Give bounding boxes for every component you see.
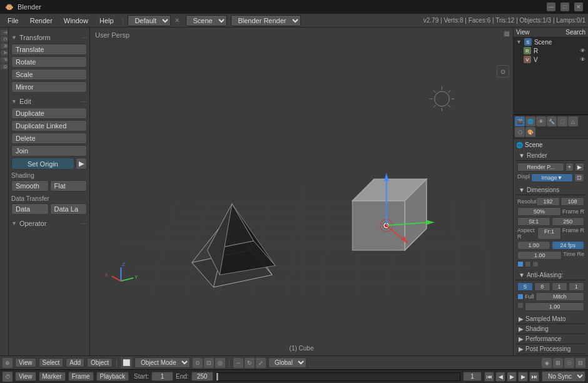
shading-row[interactable]: ▶ Shading: [516, 324, 585, 334]
sync-selector[interactable]: No Sync: [542, 371, 585, 382]
dimensions-section-header[interactable]: ▼ Dimensions: [516, 185, 585, 195]
add-render-btn[interactable]: +: [565, 163, 574, 171]
outliner-item-r[interactable]: R R 👁: [514, 46, 588, 55]
performance-row[interactable]: ▶ Performance: [516, 334, 585, 344]
image-btn[interactable]: Image▼: [531, 173, 573, 182]
minimize-button[interactable]: —: [547, 3, 555, 11]
aa-val4[interactable]: 1: [569, 282, 584, 291]
duplicate-button[interactable]: Duplicate: [11, 108, 87, 119]
visibility-icon[interactable]: 👁: [580, 48, 585, 54]
menu-help[interactable]: Help: [94, 16, 119, 26]
icon-d[interactable]: ⊟: [575, 358, 585, 368]
flat-button[interactable]: Flat: [50, 180, 88, 192]
v-visibility-icon[interactable]: 👁: [580, 56, 585, 63]
viewport-type-icon[interactable]: ⊕: [3, 358, 13, 368]
smooth-button[interactable]: Smooth: [11, 180, 49, 192]
translate-button[interactable]: Translate: [11, 44, 87, 55]
props-tab-render[interactable]: 🎬: [515, 116, 525, 126]
display-options-btn[interactable]: ⊡: [574, 173, 584, 182]
mirror-button[interactable]: Mirror: [11, 81, 87, 93]
set-origin-dropdown[interactable]: ▶: [76, 158, 87, 170]
next-frame-btn[interactable]: ▶: [518, 372, 528, 382]
set-origin-button[interactable]: Set Origin: [11, 158, 74, 170]
select-menu-btn[interactable]: Select: [39, 358, 64, 367]
aspect-y-input[interactable]: 1.00: [517, 251, 562, 260]
proportional-icon[interactable]: ◎: [215, 358, 225, 368]
close-button[interactable]: ✕: [574, 3, 583, 11]
current-frame-input[interactable]: [463, 372, 482, 381]
res-y-input[interactable]: 108: [560, 197, 584, 206]
render-options-btn[interactable]: ▶: [575, 163, 584, 171]
tab-physics[interactable]: P: [1, 57, 8, 63]
timeline-frame-btn[interactable]: Frame: [68, 372, 94, 381]
delete-button[interactable]: Delete: [11, 133, 87, 144]
res-x-input[interactable]: 192: [536, 197, 560, 206]
render-btn[interactable]: Render P...: [517, 163, 564, 171]
tab-relations[interactable]: R: [1, 43, 8, 49]
start-frame-input[interactable]: [151, 372, 173, 381]
aa-val3[interactable]: 1: [552, 282, 567, 291]
outliner-item-scene[interactable]: ▼ S Scene: [514, 38, 588, 46]
props-tab-material[interactable]: 🎨: [525, 127, 535, 137]
data-la-button[interactable]: Data La: [50, 203, 88, 215]
scene-selector[interactable]: Scene: [186, 15, 227, 26]
menu-render[interactable]: Render: [25, 16, 58, 26]
origin-icon[interactable]: ⊙: [193, 358, 203, 368]
object-menu-btn[interactable]: Object: [87, 358, 113, 367]
tab-tools[interactable]: T: [1, 30, 8, 35]
jump-end-btn[interactable]: ⏭: [529, 372, 539, 382]
scale-icon[interactable]: ⤢: [256, 358, 266, 368]
transform-section-header[interactable]: ▼ Transform —: [11, 34, 87, 41]
timeline-playback-btn[interactable]: Playback: [96, 372, 129, 381]
viewport-corner-btn[interactable]: ⊡: [503, 30, 510, 38]
post-processing-row[interactable]: ▶ Post Processing: [516, 344, 585, 354]
menu-window[interactable]: Window: [59, 16, 93, 26]
workspace-close[interactable]: ✕: [175, 17, 180, 24]
scale-button[interactable]: Scale: [11, 69, 87, 80]
timeline-marker-btn[interactable]: Marker: [39, 372, 66, 381]
add-menu-btn[interactable]: Add: [66, 358, 84, 367]
operator-section-header[interactable]: ▼ Operator —: [11, 220, 87, 227]
workspace-selector[interactable]: Default: [128, 15, 171, 26]
full-val-check[interactable]: [517, 302, 524, 309]
props-tab-scene[interactable]: 🌐: [525, 116, 535, 126]
view-control-btn[interactable]: ⊙: [497, 65, 509, 78]
frame-end-input[interactable]: 250: [552, 217, 585, 226]
tab-create[interactable]: C: [1, 36, 8, 42]
time-re-check3[interactable]: [532, 261, 539, 267]
rotate-button[interactable]: Rotate: [11, 56, 87, 68]
render-engine-selector[interactable]: Blender Render: [231, 15, 301, 26]
play-btn[interactable]: ▶: [507, 372, 517, 382]
mitch-input[interactable]: Mitch: [535, 292, 584, 301]
viewport-mode-icon[interactable]: ⬜: [121, 357, 132, 369]
icon-c[interactable]: ☉: [564, 358, 574, 368]
time-re-check[interactable]: [517, 261, 524, 267]
aspect-x-input[interactable]: 1.00: [517, 241, 550, 250]
data-button[interactable]: Data: [11, 203, 49, 215]
icon-a[interactable]: ◈: [542, 358, 552, 368]
aa-val2[interactable]: 8: [534, 282, 550, 291]
props-tab-modifiers[interactable]: △: [568, 116, 578, 126]
props-tab-world[interactable]: 👁: [536, 116, 546, 126]
end-frame-input[interactable]: [191, 372, 213, 381]
viewport-3d[interactable]: User Persp: [90, 28, 513, 355]
coord-system-selector[interactable]: Global: [268, 357, 307, 368]
icon-b[interactable]: ⊞: [553, 358, 563, 368]
frame-start-input[interactable]: St:1: [517, 217, 550, 226]
jump-start-btn[interactable]: ⏮: [484, 372, 494, 382]
edit-section-header[interactable]: ▼ Edit —: [11, 98, 87, 105]
prev-frame-btn[interactable]: ◀: [495, 372, 505, 382]
duplicate-linked-button[interactable]: Duplicate Linked: [11, 120, 87, 131]
rotate-icon[interactable]: ↻: [245, 358, 255, 368]
props-tab-data[interactable]: ⬡: [515, 127, 525, 137]
outliner-item-v[interactable]: V V 👁: [514, 55, 588, 64]
translate-icon[interactable]: ↔: [233, 358, 243, 368]
time-re-check2[interactable]: [525, 261, 531, 267]
sampled-mato-row[interactable]: ▶ Sampled Mato: [516, 314, 585, 324]
fps-input[interactable]: 24 fps: [552, 241, 585, 250]
join-button[interactable]: Join: [11, 145, 87, 156]
tab-animation[interactable]: A: [1, 50, 8, 56]
full-val-input[interactable]: 1.00: [525, 302, 584, 311]
snap-icon[interactable]: ⊡: [204, 358, 214, 368]
timeline-scrubber[interactable]: [216, 372, 460, 381]
